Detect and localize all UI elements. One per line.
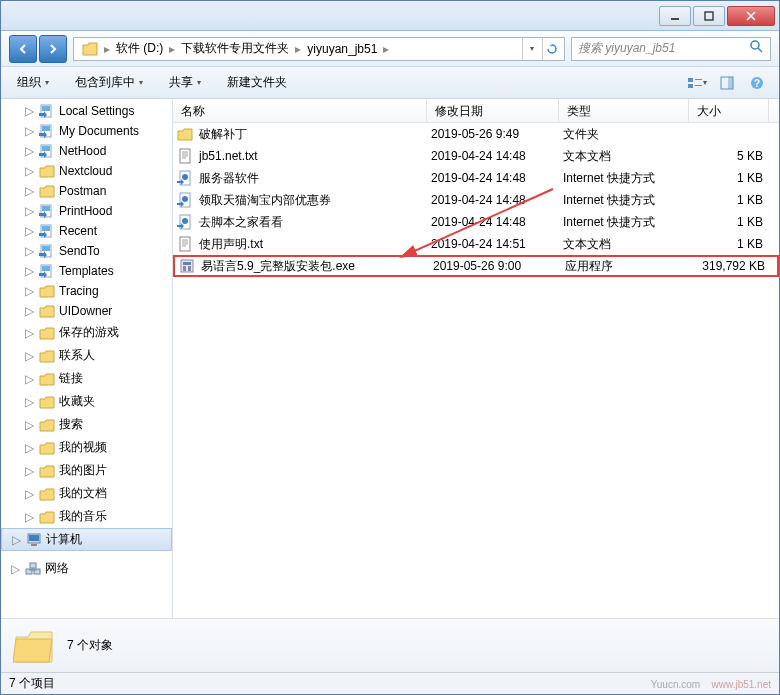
tree-item[interactable]: ▷我的视频 (1, 436, 172, 459)
folder-icon (39, 510, 55, 524)
maximize-button[interactable] (693, 6, 725, 26)
file-type: 应用程序 (565, 258, 695, 275)
folder-icon (13, 627, 55, 665)
file-size: 1 KB (693, 193, 773, 207)
tree-item-label: My Documents (59, 124, 139, 138)
breadcrumb-dropdown-button[interactable]: ▾ (522, 38, 540, 60)
include-menu[interactable]: 包含到库中 ▾ (69, 71, 149, 94)
newfolder-button[interactable]: 新建文件夹 (221, 71, 293, 94)
txt-icon (177, 236, 193, 252)
column-header-name[interactable]: 名称 (173, 99, 427, 122)
svg-rect-0 (671, 18, 679, 20)
tree-item[interactable]: ▷Tracing (1, 281, 172, 301)
tree-item-label: Nextcloud (59, 164, 112, 178)
tree-item[interactable]: ▷Local Settings (1, 101, 172, 121)
svg-rect-27 (31, 544, 37, 546)
column-header-type[interactable]: 类型 (559, 99, 689, 122)
breadcrumb-item[interactable]: 软件 (D:) (112, 38, 167, 60)
expand-icon: ▷ (23, 304, 35, 318)
file-type: Internet 快捷方式 (563, 192, 693, 209)
search-placeholder: 搜索 yiyuyan_jb51 (578, 40, 675, 57)
preview-pane-button[interactable] (715, 72, 739, 94)
search-icon (750, 40, 764, 57)
tree-item[interactable]: ▷保存的游戏 (1, 321, 172, 344)
folder-icon (39, 464, 55, 478)
expand-icon: ▷ (23, 264, 35, 278)
url-icon (177, 192, 193, 208)
folder-icon (39, 441, 55, 455)
chevron-right-icon: ▸ (167, 42, 177, 56)
tree-item[interactable]: ▷SendTo (1, 241, 172, 261)
tree-item[interactable]: ▷链接 (1, 367, 172, 390)
breadcrumb-item[interactable]: yiyuyan_jb51 (303, 38, 381, 60)
chevron-right-icon: ▸ (381, 42, 391, 56)
file-date: 2019-05-26 9:00 (433, 259, 565, 273)
tree-item[interactable]: ▷UIDowner (1, 301, 172, 321)
tree-item-label: 收藏夹 (59, 393, 95, 410)
file-row[interactable]: jb51.net.txt2019-04-24 14:48文本文档5 KB (173, 145, 779, 167)
breadcrumb[interactable]: ▸ 软件 (D:) ▸ 下载软件专用文件夹 ▸ yiyuyan_jb51 ▸ ▾ (73, 37, 565, 61)
tree-item[interactable]: ▷PrintHood (1, 201, 172, 221)
file-size: 1 KB (693, 215, 773, 229)
file-type: 文件夹 (563, 126, 693, 143)
expand-icon: ▷ (23, 284, 35, 298)
expand-icon: ▷ (23, 487, 35, 501)
tree-item[interactable]: ▷Templates (1, 261, 172, 281)
back-button[interactable] (9, 35, 37, 63)
refresh-button[interactable] (542, 38, 560, 60)
file-list[interactable]: 破解补丁2019-05-26 9:49文件夹jb51.net.txt2019-0… (173, 123, 779, 618)
tree-item[interactable]: ▷收藏夹 (1, 390, 172, 413)
close-button[interactable] (727, 6, 775, 26)
file-row[interactable]: 服务器软件2019-04-24 14:48Internet 快捷方式1 KB (173, 167, 779, 189)
breadcrumb-item[interactable]: 下载软件专用文件夹 (177, 38, 293, 60)
share-menu[interactable]: 共享 ▾ (163, 71, 207, 94)
tree-item[interactable]: ▷联系人 (1, 344, 172, 367)
navigation-tree[interactable]: ▷Local Settings▷My Documents▷NetHood▷Nex… (1, 99, 173, 618)
file-row[interactable]: 破解补丁2019-05-26 9:49文件夹 (173, 123, 779, 145)
svg-rect-1 (705, 12, 713, 20)
file-row[interactable]: 领取天猫淘宝内部优惠券2019-04-24 14:48Internet 快捷方式… (173, 189, 779, 211)
folder-icon (177, 126, 193, 142)
tree-item-label: 联系人 (59, 347, 95, 364)
tree-item-label: SendTo (59, 244, 100, 258)
tree-item[interactable]: ▷Nextcloud (1, 161, 172, 181)
minimize-button[interactable] (659, 6, 691, 26)
column-header-size[interactable]: 大小 (689, 99, 769, 122)
column-header-date[interactable]: 修改日期 (427, 99, 559, 122)
tree-item-label: 保存的游戏 (59, 324, 119, 341)
tree-item-computer[interactable]: ▷计算机 (1, 528, 172, 551)
view-options-button[interactable]: ▾ (685, 72, 709, 94)
tree-item[interactable]: ▷NetHood (1, 141, 172, 161)
tree-item[interactable]: ▷我的图片 (1, 459, 172, 482)
shortcut-icon (39, 244, 55, 258)
shortcut-icon (39, 124, 55, 138)
tree-item[interactable]: ▷我的音乐 (1, 505, 172, 528)
file-date: 2019-04-24 14:48 (431, 171, 563, 185)
tree-item[interactable]: ▷我的文档 (1, 482, 172, 505)
file-row[interactable]: 易语言5.9_完整版安装包.exe2019-05-26 9:00应用程序319,… (173, 255, 779, 277)
tree-item[interactable]: ▷Recent (1, 221, 172, 241)
folder-icon (39, 164, 55, 178)
expand-icon: ▷ (23, 184, 35, 198)
search-input[interactable]: 搜索 yiyuyan_jb51 (571, 37, 771, 61)
tree-item-network[interactable]: ▷网络 (1, 557, 172, 580)
url-icon (177, 214, 193, 230)
svg-rect-40 (183, 262, 191, 265)
tree-item[interactable]: ▷My Documents (1, 121, 172, 141)
svg-rect-24 (42, 266, 50, 271)
tree-item[interactable]: ▷Postman (1, 181, 172, 201)
svg-rect-6 (695, 85, 702, 86)
url-icon (177, 170, 193, 186)
help-button[interactable]: ? (745, 72, 769, 94)
file-row[interactable]: 使用声明.txt2019-04-24 14:51文本文档1 KB (173, 233, 779, 255)
forward-button[interactable] (39, 35, 67, 63)
tree-item-label: Local Settings (59, 104, 134, 118)
folder-icon (39, 418, 55, 432)
organize-menu[interactable]: 组织 ▾ (11, 71, 55, 94)
expand-icon: ▷ (23, 372, 35, 386)
svg-rect-5 (695, 79, 702, 80)
file-type: Internet 快捷方式 (563, 214, 693, 231)
tree-item-label: NetHood (59, 144, 106, 158)
tree-item[interactable]: ▷搜索 (1, 413, 172, 436)
file-row[interactable]: 去脚本之家看看2019-04-24 14:48Internet 快捷方式1 KB (173, 211, 779, 233)
